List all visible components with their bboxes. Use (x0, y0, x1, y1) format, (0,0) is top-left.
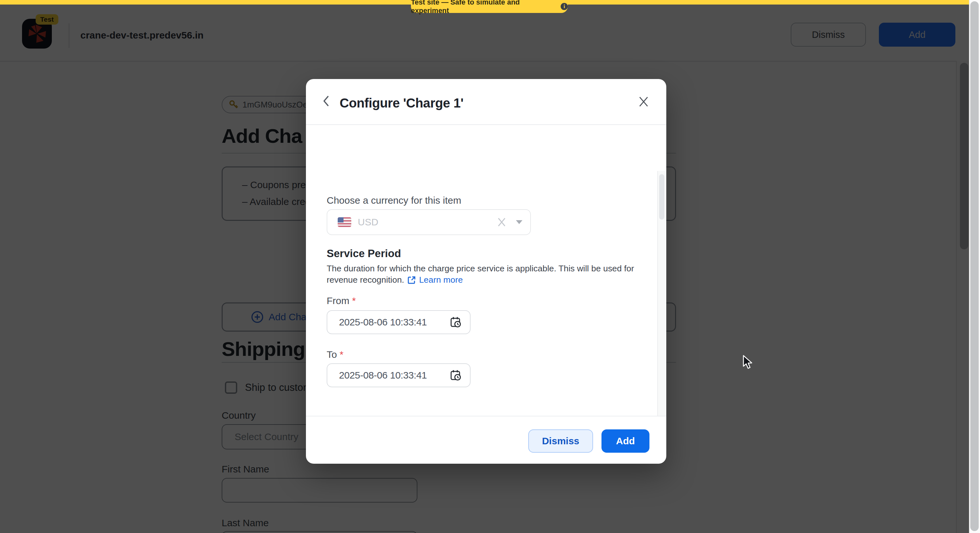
to-datetime-input[interactable]: 2025-08-06 10:33:41 (327, 363, 471, 387)
us-flag-icon (338, 217, 351, 227)
currency-label: Choose a currency for this item (327, 195, 461, 206)
required-marker: * (352, 295, 356, 306)
mouse-cursor (743, 355, 754, 373)
calendar-clock-icon[interactable] (450, 316, 462, 328)
service-period-description-line1: The duration for which the charge price … (327, 263, 638, 274)
chevron-down-icon[interactable] (516, 220, 522, 224)
service-period-description-line2: revenue recognition. (327, 274, 404, 286)
modal-footer-divider (306, 416, 666, 416)
modal-title: Configure 'Charge 1' (340, 96, 463, 110)
learn-more-link[interactable]: Learn more (419, 274, 463, 286)
modal-body: Choose a currency for this item USD Serv… (306, 125, 666, 416)
info-icon[interactable]: i (561, 3, 568, 10)
from-datetime-input[interactable]: 2025-08-06 10:33:41 (327, 310, 471, 334)
calendar-clock-icon[interactable] (450, 369, 462, 381)
clear-icon[interactable] (496, 217, 507, 227)
service-period-title: Service Period (327, 247, 401, 260)
back-button[interactable] (321, 95, 336, 111)
required-marker: * (340, 349, 344, 360)
chevron-left-icon (321, 95, 331, 108)
close-icon (638, 96, 649, 108)
modal-dismiss-button[interactable]: Dismiss (528, 429, 593, 453)
currency-value: USD (358, 217, 496, 228)
to-datetime-value: 2025-08-06 10:33:41 (339, 370, 450, 381)
modal-scrollbar-thumb[interactable] (659, 174, 664, 219)
screen: Test crane-dev-test.predev56.in Dismiss … (0, 0, 980, 533)
service-period-description: The duration for which the charge price … (327, 263, 638, 286)
configure-charge-modal: Configure 'Charge 1' Choose a currency f… (306, 79, 666, 464)
close-button[interactable] (638, 96, 651, 109)
currency-select[interactable]: USD (327, 209, 531, 235)
from-datetime-value: 2025-08-06 10:33:41 (339, 317, 450, 328)
from-label: From * (327, 295, 356, 306)
to-label: To * (327, 349, 344, 360)
modal-add-button[interactable]: Add (601, 429, 649, 453)
browser-scrollbar-thumb[interactable] (970, 1, 979, 531)
external-link-icon (407, 276, 416, 284)
test-site-banner: Test site — Safe to simulate and experim… (411, 0, 568, 13)
test-site-banner-label: Test site — Safe to simulate and experim… (411, 0, 557, 15)
